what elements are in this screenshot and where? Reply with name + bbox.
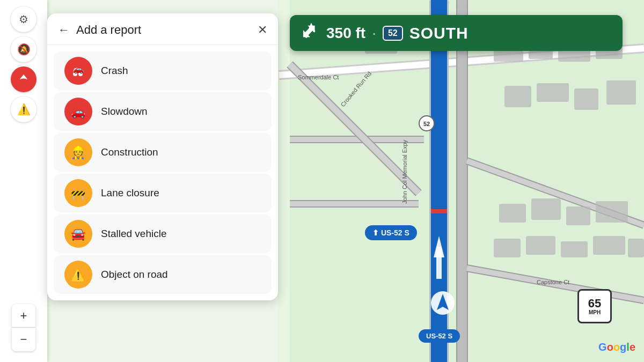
report-item-slowdown[interactable]: 🚗 Slowdown bbox=[54, 92, 272, 131]
stalled-vehicle-icon: 🚘 bbox=[64, 220, 92, 248]
zoom-controls: + − bbox=[12, 304, 35, 351]
svg-text:52: 52 bbox=[423, 121, 430, 127]
mute-button[interactable]: 🔕 bbox=[11, 36, 36, 62]
google-logo: G o o g l e bbox=[598, 341, 635, 353]
crash-label: Crash bbox=[101, 65, 128, 77]
svg-text:🚧: 🚧 bbox=[71, 186, 86, 201]
svg-rect-29 bbox=[537, 83, 569, 102]
route-label: ⬆ US-52 S bbox=[365, 225, 417, 240]
lane-closure-label: Lane closure bbox=[101, 187, 159, 199]
svg-rect-34 bbox=[566, 206, 590, 225]
navigation-banner: 350 ft · 52 SOUTH bbox=[290, 15, 623, 51]
svg-text:🚗: 🚗 bbox=[71, 105, 86, 119]
turn-icon bbox=[303, 23, 320, 43]
nav-route-badge: 52 bbox=[383, 26, 403, 41]
slowdown-label: Slowdown bbox=[101, 106, 148, 117]
nav-direction: SOUTH bbox=[409, 24, 469, 42]
back-button[interactable]: ← bbox=[58, 23, 70, 37]
report-panel-title: Add a report bbox=[76, 23, 251, 37]
svg-rect-31 bbox=[606, 80, 636, 105]
svg-rect-43 bbox=[431, 209, 447, 213]
svg-rect-37 bbox=[526, 236, 555, 255]
svg-text:👷: 👷 bbox=[71, 145, 86, 160]
svg-text:🚗: 🚗 bbox=[73, 64, 84, 74]
svg-text:John Col Memorial Expy: John Col Memorial Expy bbox=[401, 139, 408, 204]
nav-arrow bbox=[429, 290, 456, 316]
google-logo-text: G bbox=[598, 341, 607, 353]
svg-rect-39 bbox=[593, 236, 625, 255]
svg-rect-28 bbox=[504, 86, 531, 107]
zoom-out-button[interactable]: − bbox=[12, 328, 35, 351]
slowdown-icon: 🚗 bbox=[64, 98, 92, 125]
close-button[interactable]: ✕ bbox=[258, 23, 267, 37]
speed-badge: 65 MPH bbox=[577, 289, 612, 323]
svg-rect-33 bbox=[531, 198, 561, 220]
svg-rect-32 bbox=[499, 204, 526, 223]
svg-text:⚠️: ⚠️ bbox=[71, 268, 86, 282]
bottom-route-label: US-52 S bbox=[419, 329, 460, 343]
sidebar: ⚙ 🔕 ⚠️ + − bbox=[0, 0, 47, 362]
svg-rect-8 bbox=[436, 247, 442, 279]
construction-label: Construction bbox=[101, 146, 158, 158]
report-item-construction[interactable]: 👷 Construction bbox=[54, 133, 272, 172]
report-item-crash[interactable]: 🚗 Crash bbox=[54, 51, 272, 90]
svg-rect-30 bbox=[574, 88, 598, 110]
nav-separator: · bbox=[372, 25, 376, 42]
svg-rect-38 bbox=[561, 241, 588, 257]
svg-rect-36 bbox=[494, 239, 521, 257]
svg-text:🚘: 🚘 bbox=[71, 227, 86, 241]
object-on-road-icon: ⚠️ bbox=[64, 261, 92, 289]
crash-icon: 🚗 bbox=[64, 57, 92, 85]
settings-button[interactable]: ⚙ bbox=[11, 6, 36, 32]
nav-distance: 350 ft bbox=[326, 25, 365, 42]
speed-number: 65 bbox=[588, 298, 601, 309]
report-header: ← Add a report ✕ bbox=[47, 13, 278, 45]
report-item-object-on-road[interactable]: ⚠️ Object on road bbox=[54, 255, 272, 294]
route-label-text: ⬆ US-52 S bbox=[372, 228, 409, 237]
stalled-vehicle-label: Stalled vehicle bbox=[101, 228, 167, 240]
navigate-button[interactable] bbox=[11, 67, 36, 92]
svg-text:Sommerdale Ct: Sommerdale Ct bbox=[298, 74, 339, 80]
svg-text:Capstone Ct: Capstone Ct bbox=[537, 279, 569, 285]
svg-rect-35 bbox=[596, 201, 628, 223]
report-panel: ← Add a report ✕ 🚗 Crash 🚗 Slowdown 👷 Co… bbox=[47, 13, 278, 300]
report-list: 🚗 Crash 🚗 Slowdown 👷 Construction 🚧 Lane… bbox=[47, 45, 278, 300]
report-item-stalled-vehicle[interactable]: 🚘 Stalled vehicle bbox=[54, 215, 272, 253]
warning-button[interactable]: ⚠️ bbox=[11, 97, 36, 122]
speed-unit: MPH bbox=[589, 309, 601, 315]
construction-icon: 👷 bbox=[64, 138, 92, 166]
svg-rect-10 bbox=[457, 0, 467, 362]
svg-rect-40 bbox=[628, 239, 644, 257]
lane-closure-icon: 🚧 bbox=[64, 179, 92, 207]
zoom-in-button[interactable]: + bbox=[12, 304, 35, 328]
report-item-lane-closure[interactable]: 🚧 Lane closure bbox=[54, 174, 272, 212]
object-on-road-label: Object on road bbox=[101, 269, 168, 280]
